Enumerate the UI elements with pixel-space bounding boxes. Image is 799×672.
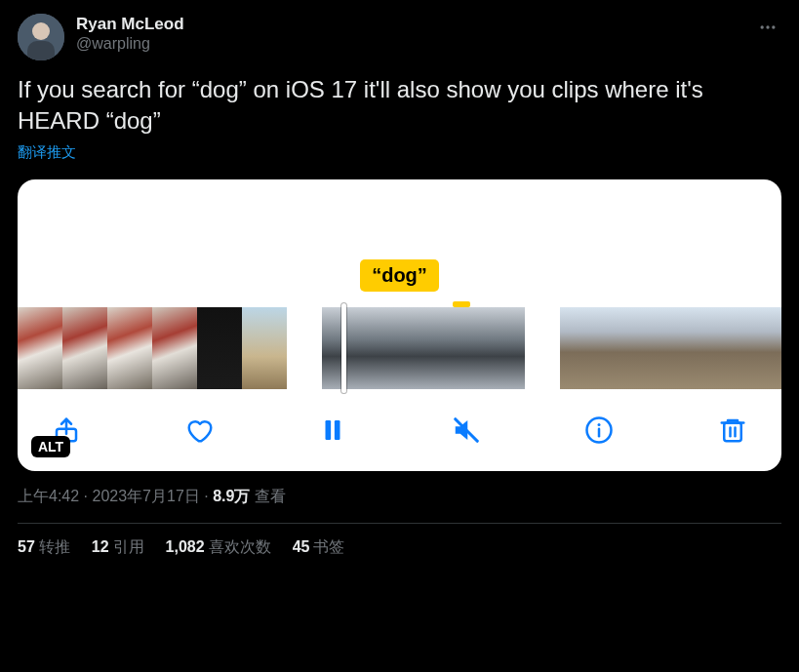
handle: @warpling	[76, 34, 184, 54]
clip-frame	[152, 307, 197, 389]
tweet-container: Ryan McLeod @warpling If you search for …	[0, 0, 799, 558]
heart-icon[interactable]	[180, 411, 220, 450]
clip-frame	[107, 307, 152, 389]
svg-rect-7	[326, 420, 332, 440]
clip-frame	[242, 307, 287, 389]
clip-frame	[62, 307, 107, 389]
media-card[interactable]: “dog”	[18, 179, 781, 471]
clip-frame	[197, 307, 242, 389]
meta-views-value: 8.9万	[213, 488, 250, 504]
display-name: Ryan McLeod	[76, 14, 184, 34]
svg-rect-13	[724, 422, 741, 441]
tweet-meta: 上午4:42 · 2023年7月17日 · 8.9万 查看	[18, 487, 781, 507]
stat-quotes[interactable]: 12引用	[92, 537, 144, 558]
tweet-text: If you search for “dog” on iOS 17 it'll …	[18, 74, 781, 138]
translate-link[interactable]: 翻译推文	[18, 143, 781, 162]
clip-frame	[322, 307, 373, 389]
tweet-header: Ryan McLeod @warpling	[18, 14, 781, 60]
svg-point-4	[766, 25, 769, 28]
clip-frame	[650, 307, 695, 389]
clip-frame	[739, 307, 781, 389]
svg-rect-2	[27, 41, 55, 60]
mute-icon[interactable]	[447, 411, 486, 450]
divider	[18, 523, 781, 524]
avatar[interactable]	[18, 14, 64, 60]
clip-group-3	[560, 307, 781, 389]
author-name-block[interactable]: Ryan McLeod @warpling	[76, 14, 184, 54]
svg-point-5	[772, 25, 775, 28]
tweet-stats: 57转推 12引用 1,082喜欢次数 45书签	[18, 537, 781, 558]
clip-frame	[560, 307, 605, 389]
svg-point-12	[598, 423, 601, 426]
clip-group-1	[18, 307, 287, 389]
playhead[interactable]	[341, 303, 346, 393]
info-icon[interactable]	[579, 411, 619, 450]
svg-point-1	[32, 22, 50, 40]
clip-frame	[695, 307, 739, 389]
clip-frame	[474, 307, 525, 389]
clip-timeline[interactable]	[18, 307, 781, 389]
stat-retweets[interactable]: 57转推	[18, 537, 70, 558]
meta-date[interactable]: 2023年7月17日	[92, 488, 199, 504]
stat-bookmarks[interactable]: 45书签	[293, 537, 345, 558]
alt-badge[interactable]: ALT	[31, 436, 70, 457]
more-button[interactable]	[754, 14, 781, 41]
caption-row: “dog”	[18, 259, 781, 307]
svg-point-3	[761, 25, 764, 28]
pause-icon[interactable]	[313, 411, 352, 450]
svg-rect-8	[335, 420, 340, 440]
clip-frame	[373, 307, 423, 389]
clip-frame	[18, 307, 62, 389]
meta-views-label: 查看	[250, 488, 285, 504]
media-top-space	[18, 179, 781, 259]
media-toolbar	[18, 389, 781, 471]
media-inner: “dog”	[18, 179, 781, 471]
clip-frame	[423, 307, 474, 389]
clip-frame	[605, 307, 650, 389]
meta-time[interactable]: 上午4:42	[18, 488, 79, 504]
caption-bubble: “dog”	[360, 259, 439, 292]
stat-likes[interactable]: 1,082喜欢次数	[166, 537, 271, 558]
trash-icon[interactable]	[713, 411, 752, 450]
clip-group-2	[322, 307, 525, 389]
